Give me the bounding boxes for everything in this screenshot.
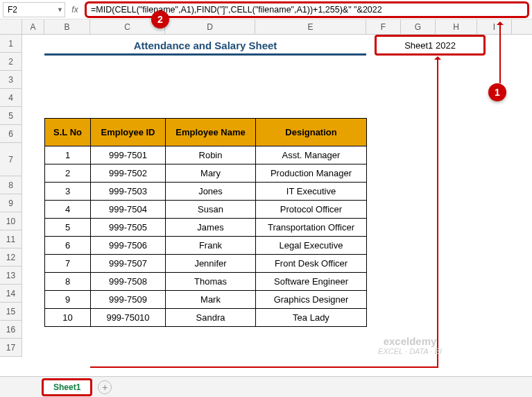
select-all-triangle[interactable] <box>0 19 22 34</box>
table-cell[interactable]: 3 <box>45 183 91 201</box>
table-cell[interactable]: Graphics Designer <box>256 291 367 309</box>
table-cell[interactable]: Jennifer <box>166 255 256 273</box>
table-cell[interactable]: 7 <box>45 255 91 273</box>
row-header[interactable]: 5 <box>0 107 22 125</box>
callout-1: 1 <box>488 83 506 101</box>
watermark-brand: exceldemy <box>378 335 442 347</box>
annotation-arrow <box>90 366 437 368</box>
table-cell[interactable]: Sandra <box>166 309 256 327</box>
col-header[interactable]: F <box>366 19 401 34</box>
annotation-arrow <box>499 22 501 83</box>
table-row: 1999-7501RobinAsst. Manager <box>45 146 367 164</box>
row-header[interactable]: 11 <box>0 230 22 248</box>
row-header[interactable]: 14 <box>0 285 22 303</box>
row-headers: 1 2 3 4 5 6 7 8 9 10 11 12 13 14 15 16 1… <box>0 35 22 357</box>
row-header[interactable]: 10 <box>0 212 22 230</box>
table-cell[interactable]: 4 <box>45 201 91 219</box>
row-header[interactable]: 15 <box>0 303 22 321</box>
data-table: S.L No Employee ID Employee Name Designa… <box>44 118 367 327</box>
table-cell[interactable]: 999-7502 <box>91 164 166 183</box>
table-cell[interactable]: Asst. Manager <box>256 146 367 164</box>
table-cell[interactable]: Jones <box>166 183 256 201</box>
table-cell[interactable]: 999-7505 <box>91 219 166 237</box>
table-row: 3999-7503JonesIT Executive <box>45 183 367 201</box>
table-cell[interactable]: 999-7504 <box>91 201 166 219</box>
table-header: Employee ID <box>91 119 166 146</box>
watermark-tagline: EXCEL · DATA · BI <box>378 347 442 355</box>
row-header[interactable]: 13 <box>0 267 22 285</box>
column-headers: A B C D E F G H I <box>0 19 532 35</box>
name-box[interactable]: F2 ▼ <box>3 2 65 17</box>
table-cell[interactable]: Production Manager <box>256 164 367 183</box>
row-header[interactable]: 9 <box>0 194 22 212</box>
col-header[interactable]: E <box>255 19 366 34</box>
col-header[interactable]: B <box>44 19 90 34</box>
add-sheet-icon[interactable]: + <box>98 380 112 394</box>
table-row: 10999-75010SandraTea Lady <box>45 309 367 327</box>
col-header[interactable]: I <box>477 19 512 34</box>
table-cell[interactable]: 10 <box>45 309 91 327</box>
table-row: 9999-7509MarkGraphics Designer <box>45 291 367 309</box>
col-header[interactable]: D <box>165 19 255 34</box>
table-cell[interactable]: Frank <box>166 237 256 255</box>
table-cell[interactable]: Susan <box>166 201 256 219</box>
table-cell[interactable]: James <box>166 219 256 237</box>
table-cell[interactable]: 999-75010 <box>91 309 166 327</box>
fx-icon[interactable]: fx <box>68 5 82 15</box>
table-header: Employee Name <box>166 119 256 146</box>
col-header[interactable]: H <box>436 19 477 34</box>
row-header[interactable]: 12 <box>0 248 22 267</box>
table-row: 4999-7504SusanProtocol Officer <box>45 201 367 219</box>
row-header[interactable]: 17 <box>0 339 22 357</box>
table-cell[interactable]: 999-7503 <box>91 183 166 201</box>
table-cell[interactable]: Mark <box>166 291 256 309</box>
table-cell[interactable]: 9 <box>45 291 91 309</box>
table-cell[interactable]: Mary <box>166 164 256 183</box>
sheet-tab-active[interactable]: Sheet1 <box>42 378 92 396</box>
row-header[interactable]: 2 <box>0 53 22 71</box>
table-cell[interactable]: Legal Executive <box>256 237 367 255</box>
cell-f2[interactable]: Sheet1 2022 <box>375 35 486 56</box>
table-header: S.L No <box>45 119 91 146</box>
chevron-down-icon[interactable]: ▼ <box>57 6 63 13</box>
row-header[interactable]: 3 <box>0 71 22 89</box>
table-cell[interactable]: 1 <box>45 146 91 164</box>
table-cell[interactable]: 6 <box>45 237 91 255</box>
name-box-value: F2 <box>8 5 17 15</box>
cell-f2-value: Sheet1 2022 <box>404 40 456 51</box>
table-cell[interactable]: IT Executive <box>256 183 367 201</box>
row-header[interactable]: 1 <box>0 35 22 53</box>
col-header[interactable]: A <box>22 19 44 34</box>
table-cell[interactable]: Robin <box>166 146 256 164</box>
row-header[interactable]: 16 <box>0 321 22 339</box>
table-cell[interactable]: Tea Lady <box>256 309 367 327</box>
row-header[interactable]: 7 <box>0 143 22 176</box>
table-cell[interactable]: Thomas <box>166 273 256 291</box>
table-cell[interactable]: 999-7508 <box>91 273 166 291</box>
annotation-arrow <box>437 57 438 368</box>
cell-grid[interactable]: Attendance and Salary Sheet Sheet1 2022 … <box>22 35 532 357</box>
row-header[interactable]: 8 <box>0 176 22 194</box>
formula-bar-row: F2 ▼ fx =MID(CELL("filename",A1),FIND("]… <box>0 0 532 19</box>
table-row: 8999-7508ThomasSoftware Engineer <box>45 273 367 291</box>
table-cell[interactable]: 999-7506 <box>91 237 166 255</box>
col-header[interactable]: G <box>401 19 436 34</box>
table-cell[interactable]: 999-7507 <box>91 255 166 273</box>
table-cell[interactable]: Software Engineer <box>256 273 367 291</box>
table-cell[interactable]: Protocol Officer <box>256 201 367 219</box>
table-cell[interactable]: 8 <box>45 273 91 291</box>
callout-2: 2 <box>151 10 169 28</box>
table-row: 7999-7507JenniferFront Desk Officer <box>45 255 367 273</box>
table-cell[interactable]: 2 <box>45 164 91 183</box>
table-cell[interactable]: 999-7501 <box>91 146 166 164</box>
table-cell[interactable]: 999-7509 <box>91 291 166 309</box>
table-header: Designation <box>256 119 367 146</box>
row-header[interactable]: 6 <box>0 125 22 143</box>
table-cell[interactable]: Transportation Officer <box>256 219 367 237</box>
table-cell[interactable]: 5 <box>45 219 91 237</box>
table-row: 2999-7502MaryProduction Manager <box>45 164 367 183</box>
table-row: 6999-7506FrankLegal Executive <box>45 237 367 255</box>
page-title: Attendance and Salary Sheet <box>44 37 366 56</box>
table-cell[interactable]: Front Desk Officer <box>256 255 367 273</box>
row-header[interactable]: 4 <box>0 89 22 107</box>
